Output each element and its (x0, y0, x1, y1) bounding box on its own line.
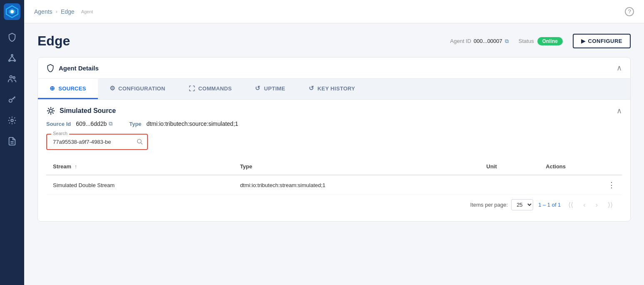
agent-details-title: Agent Details (46, 64, 99, 72)
tab-uptime[interactable]: ↺ UPTIME (243, 79, 297, 99)
breadcrumb-chevron: › (56, 8, 57, 15)
sources-tab-icon: ⊕ (50, 85, 55, 92)
sort-arrow-icon[interactable]: ↑ (75, 163, 77, 170)
svg-point-19 (49, 109, 52, 112)
svg-point-4 (11, 55, 13, 56)
search-submit-button[interactable] (136, 138, 143, 146)
svg-point-3 (10, 10, 14, 13)
source-type-item: Type dtmi:io:tributech:source:simulated;… (129, 120, 238, 127)
source-type-value: dtmi:io:tributech:source:simulated;1 (147, 120, 238, 127)
topnav: Agents › Edge Agent ? (24, 0, 644, 23)
source-collapse-icon[interactable]: ∧ (617, 106, 622, 115)
status-badge: Online (537, 37, 563, 45)
agent-details-header: Agent Details ∧ (38, 58, 630, 79)
col-stream: Stream ↑ (46, 158, 233, 175)
svg-line-21 (141, 142, 142, 144)
breadcrumb-edge[interactable]: Edge (61, 8, 75, 15)
sidebar-item-users[interactable] (3, 70, 21, 88)
table-body: Simulated Double Stream dtmi:io:tributec… (46, 175, 622, 195)
agent-details-card: Agent Details ∧ ⊕ SOURCES ⚙ CONFIGURATIO… (37, 57, 631, 222)
first-page-button[interactable]: ⟨⟨ (566, 200, 576, 210)
prev-page-button[interactable]: ‹ (581, 200, 588, 210)
source-title: Simulated Source (46, 106, 116, 115)
cell-stream: Simulated Double Stream (46, 175, 233, 195)
col-unit: Unit (480, 158, 539, 175)
sidebar-item-security[interactable] (3, 28, 21, 46)
configuration-tab-icon: ⚙ (110, 85, 115, 92)
page-body: Edge Agent ID 000...00007 ⧉ Status Onlin… (24, 23, 644, 232)
svg-line-7 (10, 56, 12, 60)
svg-line-14 (15, 98, 15, 98)
search-box: Search (46, 134, 148, 150)
svg-point-20 (137, 139, 141, 143)
help-button[interactable]: ? (625, 7, 634, 16)
sidebar-item-keys[interactable] (3, 91, 21, 108)
key-history-tab-icon: ↺ (309, 85, 314, 92)
cell-type: dtmi:io:tributech:stream:simulated;1 (233, 175, 479, 195)
commands-tab-label: COMMANDS (198, 85, 232, 92)
sidebar (0, 0, 24, 285)
app-logo[interactable] (4, 3, 20, 20)
svg-line-8 (12, 56, 15, 60)
svg-point-10 (10, 76, 12, 78)
uptime-tab-label: UPTIME (264, 85, 285, 92)
breadcrumb: Agents › Edge Agent (34, 8, 93, 15)
search-label: Search (51, 131, 69, 136)
svg-point-12 (9, 99, 12, 102)
svg-point-16 (11, 119, 13, 122)
breadcrumb-agents[interactable]: Agents (34, 8, 52, 15)
last-page-button[interactable]: ⟩⟩ (605, 200, 615, 210)
sidebar-item-network[interactable] (3, 49, 21, 67)
tab-sources[interactable]: ⊕ SOURCES (38, 79, 98, 99)
cell-actions: ⋮ (539, 175, 622, 195)
source-id-label: Source Id (46, 121, 71, 127)
configure-label: CONFIGURE (588, 38, 623, 44)
source-id-value: 609...6dd2b (76, 120, 107, 127)
items-per-page: Items per page: 25 (470, 199, 533, 210)
col-type: Type (233, 158, 479, 175)
tab-key-history[interactable]: ↺ KEY HISTORY (297, 79, 367, 99)
tab-commands[interactable]: ⛶ COMMANDS (177, 79, 244, 99)
row-actions-menu-button[interactable]: ⋮ (608, 181, 615, 189)
collapse-icon[interactable]: ∧ (617, 63, 622, 72)
key-history-tab-label: KEY HISTORY (317, 85, 355, 92)
agent-id-label: Agent ID (450, 38, 472, 44)
configuration-tab-label: CONFIGURATION (118, 85, 165, 92)
main-content: Edge Agent ID 000...00007 ⧉ Status Onlin… (24, 0, 644, 285)
items-per-page-label: Items per page: (470, 202, 508, 208)
copy-agent-id-icon[interactable]: ⧉ (505, 38, 509, 45)
topnav-right: ? (625, 7, 634, 16)
tab-configuration[interactable]: ⚙ CONFIGURATION (98, 79, 177, 99)
agent-details-icon (46, 64, 55, 72)
uptime-tab-icon: ↺ (255, 85, 260, 92)
sidebar-item-documents[interactable] (3, 132, 21, 150)
page-title: Edge (37, 33, 70, 49)
source-icon (46, 106, 55, 115)
sources-tab-label: SOURCES (58, 85, 86, 92)
source-meta: Source Id 609...6dd2b ⧉ Type dtmi:io:tri… (46, 120, 622, 127)
svg-line-15 (13, 98, 14, 99)
streams-table: Stream ↑ Type Unit Actions Simulated Dou… (46, 158, 622, 195)
agent-id-value: 000...00007 (474, 38, 502, 44)
next-page-button[interactable]: › (593, 200, 600, 210)
status-label: Status (519, 38, 534, 44)
search-input[interactable] (47, 135, 147, 149)
page-info: 1 – 1 of 1 (538, 202, 561, 208)
breadcrumb-sub: Agent (81, 9, 93, 14)
source-section: Simulated Source ∧ Source Id 609...6dd2b… (38, 100, 630, 221)
commands-tab-icon: ⛶ (189, 85, 195, 92)
status-section: Status Online (519, 37, 563, 45)
sidebar-item-integrations[interactable] (3, 112, 21, 129)
configure-button[interactable]: ▶ CONFIGURE (573, 34, 631, 48)
source-id-item: Source Id 609...6dd2b ⧉ (46, 120, 112, 127)
search-icon (136, 138, 143, 145)
cell-unit (480, 175, 539, 195)
svg-point-11 (13, 77, 15, 79)
per-page-select[interactable]: 25 (511, 199, 533, 210)
tabs-bar: ⊕ SOURCES ⚙ CONFIGURATION ⛶ COMMANDS ↺ U… (38, 79, 630, 100)
table-row: Simulated Double Stream dtmi:io:tributec… (46, 175, 622, 195)
source-header: Simulated Source ∧ (46, 106, 622, 115)
configure-arrow-icon: ▶ (581, 38, 586, 44)
page-header: Edge Agent ID 000...00007 ⧉ Status Onlin… (37, 33, 631, 49)
copy-source-id-icon[interactable]: ⧉ (109, 120, 112, 127)
